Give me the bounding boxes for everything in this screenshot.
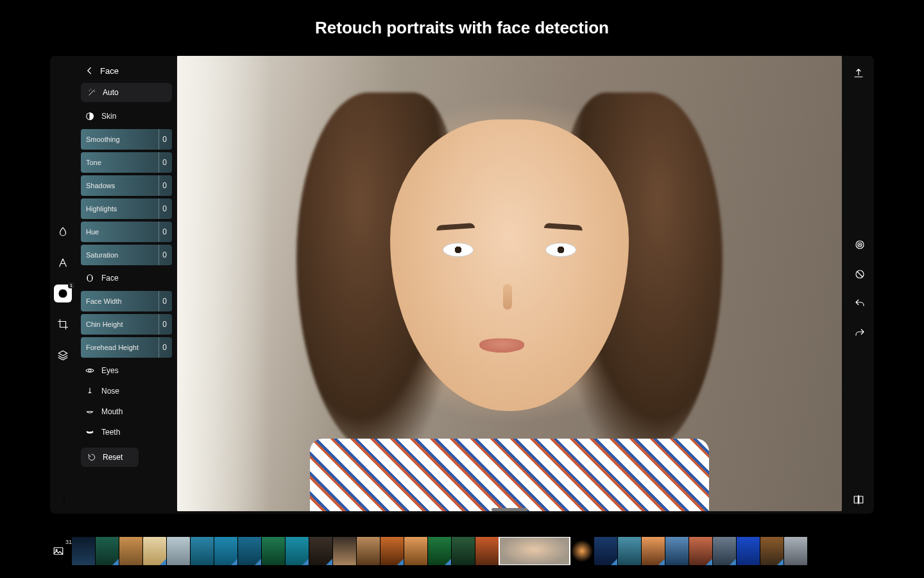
text-a-icon [57,257,69,268]
import-button[interactable] [55,65,71,80]
thumbnail[interactable] [72,537,95,565]
edited-indicator-icon [658,559,665,565]
thumbnail[interactable] [642,537,665,565]
image-canvas[interactable] [177,56,842,511]
thumbnail[interactable] [119,537,142,565]
redo-icon [854,328,866,339]
slider-value: 0 [162,343,167,352]
thumbnail[interactable] [381,537,404,565]
svg-point-5 [64,504,65,505]
thumbnail[interactable] [737,537,760,565]
svg-point-2 [64,293,65,293]
compare-button[interactable] [851,492,866,507]
svg-point-16 [56,549,57,550]
thumbnail[interactable] [452,537,475,565]
edited-indicator-icon [231,559,237,565]
canvas-resize-handle[interactable] [492,508,527,511]
edited-indicator-icon [160,559,166,565]
face-slider-forehead-height[interactable]: Forehead Height0 [81,337,172,358]
thumbnail[interactable] [357,537,380,565]
thumbnail[interactable] [618,537,641,565]
library-button[interactable]: 31 [50,543,67,559]
slider-label: Tone [86,159,101,166]
svg-rect-14 [859,496,863,504]
section-nose[interactable]: Nose [81,381,172,401]
auto-button[interactable]: Auto [81,83,172,102]
thumbnail[interactable] [286,537,309,565]
slider-label: Hue [86,228,99,236]
filmstrip: 31 [50,536,874,566]
panel-title: Face [100,66,119,76]
thumbnail[interactable] [191,537,214,565]
auto-label: Auto [103,88,119,97]
section-teeth-label: Teeth [101,428,120,437]
thumbnail[interactable] [499,537,570,565]
tool-redo[interactable] [852,326,868,341]
thumbnail[interactable] [594,537,617,565]
thumbnail[interactable] [238,537,261,565]
slider-value: 0 [162,158,167,167]
face-slider-face-width[interactable]: Face Width0 [81,291,172,311]
thumbnail[interactable] [428,537,451,565]
tool-target[interactable] [852,237,868,252]
thumbnail[interactable] [214,537,237,565]
svg-point-3 [64,497,65,498]
edited-indicator-icon [730,559,736,565]
thumbnail[interactable] [665,537,689,565]
panel-back[interactable]: Face [81,61,172,83]
slider-value: 0 [162,320,167,329]
skin-slider-tone[interactable]: Tone0 [81,152,172,173]
thumbnail[interactable] [475,537,499,565]
skin-slider-saturation[interactable]: Saturation0 [81,245,172,265]
reset-button[interactable]: Reset [81,448,139,467]
right-tool-rail [847,237,873,341]
section-eyes[interactable]: Eyes [81,360,172,381]
eyes-icon [85,365,95,376]
thumbnail[interactable] [404,537,427,565]
skin-slider-shadows[interactable]: Shadows0 [81,175,172,196]
skin-slider-smoothing[interactable]: Smoothing0 [81,129,172,150]
nav-text[interactable] [54,254,72,272]
skin-slider-hue[interactable]: Hue0 [81,222,172,242]
section-eyes-label: Eyes [101,366,119,375]
slider-value: 0 [162,297,167,306]
slider-label: Forehead Height [86,344,139,351]
thumbnail[interactable] [143,537,166,565]
thumbnail[interactable] [262,537,285,565]
thumbnail[interactable] [333,537,356,565]
skin-slider-highlights[interactable]: Highlights0 [81,198,172,219]
thumbnail[interactable] [760,537,783,565]
teeth-icon [85,427,95,437]
thumbnail[interactable] [784,537,807,565]
slider-value: 0 [162,135,167,144]
bandage-icon [854,268,866,280]
section-skin[interactable]: Skin [81,106,172,127]
tool-heal[interactable] [852,267,868,282]
section-face[interactable]: Face [81,268,172,288]
thumbnail[interactable] [96,537,119,565]
contrast-icon [85,111,95,121]
library-count: 31 [65,539,72,545]
face-slider-chin-height[interactable]: Chin Height0 [81,314,172,335]
thumbnail[interactable] [309,537,332,565]
nav-face[interactable]: 1 [54,285,72,302]
thumbnail[interactable] [570,537,594,565]
section-nose-label: Nose [101,387,119,396]
section-teeth[interactable]: Teeth [81,422,172,442]
more-button[interactable] [56,493,72,509]
nav-layers[interactable] [54,346,72,364]
thumbnail-strip[interactable] [72,537,874,565]
section-mouth[interactable]: Mouth [81,401,172,422]
export-button[interactable] [851,65,866,80]
slider-label: Shadows [86,182,115,189]
section-face-label: Face [101,274,119,283]
thumbnail[interactable] [167,537,190,565]
thumbnail[interactable] [689,537,712,565]
thumbnail[interactable] [713,537,736,565]
nav-adjust[interactable] [54,223,72,241]
reset-label: Reset [103,453,123,462]
chevron-left-icon [83,65,95,76]
nav-crop[interactable] [54,315,72,333]
tool-undo[interactable] [852,296,868,311]
magic-wand-icon [87,88,96,97]
